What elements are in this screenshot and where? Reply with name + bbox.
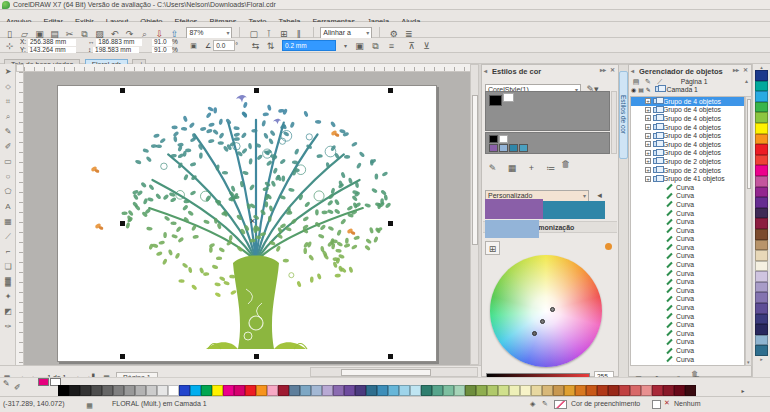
selection-handle[interactable]: [120, 354, 125, 359]
style-swatch-black[interactable]: [489, 95, 502, 106]
harmony-bar-3[interactable]: [485, 220, 539, 238]
color-swatch[interactable]: [575, 385, 586, 396]
color-swatch[interactable]: [674, 385, 685, 396]
object-list-item[interactable]: Curva: [631, 277, 744, 286]
color-swatch[interactable]: [355, 385, 366, 396]
color-swatch[interactable]: [300, 385, 311, 396]
expand-icon[interactable]: +: [645, 115, 651, 121]
fill-preview-swatch[interactable]: [554, 400, 567, 409]
object-list-item[interactable]: Curva: [631, 217, 744, 226]
expand-icon[interactable]: +: [645, 176, 651, 182]
color-swatch[interactable]: [322, 385, 333, 396]
selection-handle[interactable]: [388, 221, 393, 226]
color-swatch[interactable]: [685, 385, 696, 396]
color-swatch[interactable]: [755, 123, 768, 134]
color-swatch[interactable]: [755, 91, 768, 102]
color-swatch[interactable]: [190, 385, 201, 396]
crop-tool[interactable]: ⌗: [0, 94, 16, 109]
drop-shadow-tool[interactable]: ❏: [0, 259, 16, 274]
color-swatch[interactable]: [755, 102, 768, 113]
pencil-icon[interactable]: ✎: [646, 87, 651, 93]
object-list-item[interactable]: +Grupo de 4 objetos: [631, 97, 744, 106]
styles-scrollbar[interactable]: [611, 91, 617, 154]
wheel-marker[interactable]: [532, 331, 537, 336]
color-swatch[interactable]: [755, 144, 768, 155]
harmony-bar-2[interactable]: [543, 201, 605, 219]
mirror-vertical-icon[interactable]: ⇅: [263, 39, 278, 53]
object-list-item[interactable]: Curva: [631, 286, 744, 295]
color-swatch[interactable]: [564, 385, 575, 396]
color-swatch[interactable]: [553, 385, 564, 396]
rectangle-tool[interactable]: ▭: [0, 154, 16, 169]
object-list-item[interactable]: Curva: [631, 226, 744, 235]
x-position-field[interactable]: 256.388 mm: [28, 39, 76, 46]
color-swatch[interactable]: [755, 70, 768, 81]
harmony-swatch[interactable]: [489, 135, 498, 143]
group-objects-icon[interactable]: ⧉: [368, 39, 383, 53]
object-list-item[interactable]: Curva: [631, 269, 744, 278]
selection-handle[interactable]: [254, 88, 259, 93]
harmony-swatch[interactable]: [489, 144, 498, 152]
color-swatch[interactable]: [755, 187, 768, 198]
harmony-folder-well[interactable]: [485, 132, 610, 154]
color-wheel[interactable]: [490, 255, 602, 367]
color-swatch[interactable]: [755, 292, 768, 303]
align-distribute-icon[interactable]: ≡: [384, 39, 399, 53]
artistic-media-tool[interactable]: ✐: [0, 139, 16, 154]
color-swatch[interactable]: [498, 385, 509, 396]
style-swatch-white[interactable]: [503, 93, 514, 102]
scroll-up-icon[interactable]: ▴: [745, 77, 748, 84]
shape-tool[interactable]: ⬦: [0, 79, 16, 94]
canvas-horizontal-scrollbar[interactable]: [310, 367, 478, 377]
color-swatch[interactable]: [333, 385, 344, 396]
add-color-icon[interactable]: +: [524, 161, 539, 175]
object-list-item[interactable]: +Grupo de 41 objetos: [631, 174, 744, 183]
color-swatch[interactable]: [641, 385, 652, 396]
expand-icon[interactable]: +: [645, 158, 651, 164]
selection-handle[interactable]: [120, 221, 125, 226]
color-swatch[interactable]: [399, 385, 410, 396]
collapse-icon[interactable]: ▸▸: [600, 66, 606, 73]
color-swatch[interactable]: [113, 385, 124, 396]
color-swatch[interactable]: [755, 240, 768, 251]
color-swatch[interactable]: [179, 385, 190, 396]
color-swatch[interactable]: [432, 385, 443, 396]
object-list-item[interactable]: +Grupo de 4 objetos: [631, 131, 744, 140]
object-list-item[interactable]: Curva: [631, 243, 744, 252]
color-swatch[interactable]: [146, 385, 157, 396]
color-swatch[interactable]: [465, 385, 476, 396]
object-list-item[interactable]: Curva: [631, 252, 744, 261]
edit-across-layers-icon[interactable]: ✎: [643, 77, 653, 86]
palette-flyout-icon[interactable]: ▸: [753, 356, 770, 362]
canvas-vertical-scrollbar[interactable]: [470, 64, 479, 365]
mirror-horizontal-icon[interactable]: ⇆: [248, 39, 263, 53]
object-list-item[interactable]: Curva: [631, 312, 744, 321]
interactive-fill-tool[interactable]: ◩: [0, 304, 16, 319]
color-swatch[interactable]: [476, 385, 487, 396]
object-width-field[interactable]: 186.883 mm: [96, 39, 142, 46]
expand-icon[interactable]: +: [645, 124, 651, 130]
object-list-item[interactable]: Curva: [631, 320, 744, 329]
layer-label[interactable]: Camada 1: [667, 86, 698, 93]
color-swatch[interactable]: [755, 176, 768, 187]
object-list-item[interactable]: Curva: [631, 338, 744, 347]
docker-tab-color-styles[interactable]: Estilos de cor: [619, 71, 628, 159]
scrollbar-thumb[interactable]: [747, 99, 751, 189]
color-swatch[interactable]: [597, 385, 608, 396]
expand-icon[interactable]: +: [645, 167, 651, 173]
polygon-tool[interactable]: ⬠: [0, 184, 16, 199]
expand-icon[interactable]: +: [645, 107, 651, 113]
color-swatch[interactable]: [755, 218, 768, 229]
dimension-tool[interactable]: ⟋: [0, 229, 16, 244]
color-swatch[interactable]: [531, 385, 542, 396]
color-swatch[interactable]: [223, 385, 234, 396]
color-swatch[interactable]: [755, 271, 768, 282]
table-tool[interactable]: ▦: [0, 214, 16, 229]
wheel-marker[interactable]: [550, 307, 555, 312]
object-list-item[interactable]: Curva: [631, 303, 744, 312]
color-swatch[interactable]: [509, 385, 520, 396]
harmony-swatch[interactable]: [519, 144, 528, 152]
delete-style-icon[interactable]: 🗑: [558, 157, 573, 171]
color-swatch[interactable]: [201, 385, 212, 396]
object-list-item[interactable]: +Grupo de 4 objetos: [631, 114, 744, 123]
